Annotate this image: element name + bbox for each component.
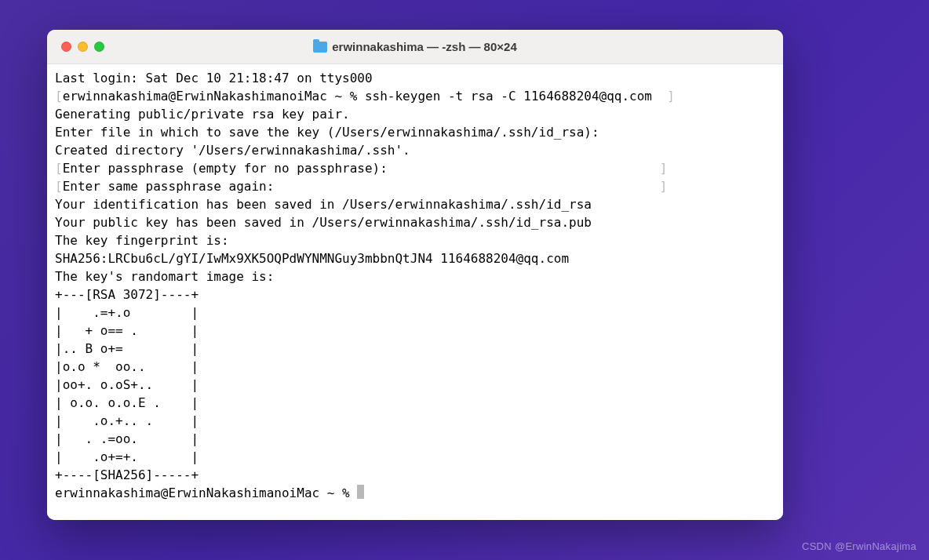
- terminal-line: |o.o * oo.. |: [55, 358, 775, 376]
- terminal-window: erwinnakashima — -zsh — 80×24 Last login…: [47, 30, 783, 520]
- terminal-line: | + o== . |: [55, 322, 775, 340]
- zoom-button[interactable]: [94, 42, 104, 52]
- terminal-line: | .o+=+. |: [55, 448, 775, 466]
- terminal-line: [Enter same passphrase again: ]: [55, 177, 775, 195]
- terminal-cursor: [357, 485, 364, 499]
- terminal-text: Enter passphrase (empty for no passphras…: [63, 161, 660, 176]
- watermark: CSDN @ErwinNakajima: [802, 540, 916, 552]
- folder-icon: [313, 42, 327, 53]
- terminal-line: |oo+. o.oS+.. |: [55, 376, 775, 394]
- title-center: erwinnakashima — -zsh — 80×24: [47, 40, 783, 53]
- terminal-line: | . .=oo. |: [55, 430, 775, 448]
- bracket-close: ]: [660, 161, 668, 176]
- terminal-line: Your identification has been saved in /U…: [55, 195, 775, 213]
- terminal-output[interactable]: Last login: Sat Dec 10 21:18:47 on ttys0…: [47, 64, 783, 520]
- bracket-open: [: [55, 161, 63, 176]
- terminal-line: +---[RSA 3072]----+: [55, 285, 775, 304]
- terminal-line: | o.o. o.o.E . |: [55, 394, 775, 412]
- bracket-close: ]: [667, 89, 675, 104]
- terminal-line: Generating public/private rsa key pair.: [55, 105, 775, 123]
- traffic-lights: [47, 42, 104, 52]
- bracket-open: [: [55, 179, 63, 194]
- terminal-line: Your public key has been saved in /Users…: [55, 213, 775, 231]
- bracket-close: ]: [660, 179, 668, 194]
- terminal-line: Created directory '/Users/erwinnakashima…: [55, 141, 775, 159]
- terminal-line: Enter file in which to save the key (/Us…: [55, 123, 775, 141]
- terminal-line: The key's randomart image is:: [55, 267, 775, 285]
- terminal-line: The key fingerprint is:: [55, 231, 775, 249]
- minimize-button[interactable]: [78, 42, 88, 52]
- bracket-open: [: [55, 89, 63, 104]
- terminal-line: [erwinnakashima@ErwinNakashimanoiMac ~ %…: [55, 87, 775, 105]
- close-button[interactable]: [61, 42, 71, 52]
- window-title: erwinnakashima — -zsh — 80×24: [332, 40, 517, 53]
- terminal-text: erwinnakashima@ErwinNakashimanoiMac ~ % …: [63, 89, 668, 104]
- terminal-line: |.. B o+= |: [55, 340, 775, 358]
- terminal-line: | .=+.o |: [55, 304, 775, 322]
- terminal-line: Last login: Sat Dec 10 21:18:47 on ttys0…: [55, 69, 775, 87]
- terminal-line: | .o.+.. . |: [55, 412, 775, 430]
- terminal-text: Enter same passphrase again:: [63, 179, 660, 194]
- terminal-line: SHA256:LRCbu6cL/gYI/IwMx9XK5OQPdWYNMNGuy…: [55, 249, 775, 267]
- terminal-line: +----[SHA256]-----+: [55, 466, 775, 484]
- window-titlebar[interactable]: erwinnakashima — -zsh — 80×24: [47, 30, 783, 64]
- terminal-line: erwinnakashima@ErwinNakashimanoiMac ~ %: [55, 484, 775, 502]
- terminal-line: [Enter passphrase (empty for no passphra…: [55, 159, 775, 177]
